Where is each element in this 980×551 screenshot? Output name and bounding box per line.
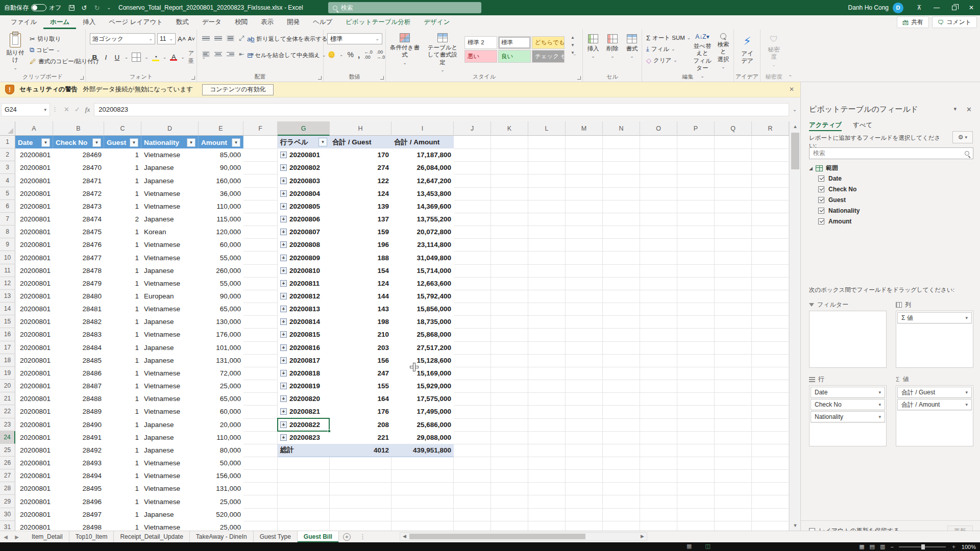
row-header-14[interactable]: 14 — [0, 303, 15, 315]
scroll-up-icon[interactable]: ▲ — [791, 122, 799, 131]
worksheet-grid[interactable]: ABCDEFGHIJKLMNOPQR1234567891011121314151… — [0, 121, 789, 531]
vertical-scrollbar[interactable]: ▲ ▼ — [789, 121, 800, 531]
row-header-9[interactable]: 9 — [0, 238, 15, 251]
row-header-10[interactable]: 10 — [0, 251, 15, 264]
field-checkbox[interactable] — [818, 197, 824, 203]
field-item-check-no[interactable]: Check No — [818, 186, 856, 193]
align-right-icon[interactable] — [227, 52, 234, 57]
row-header-31[interactable]: 31 — [0, 521, 15, 531]
sheet-tab-receipt_detail_update[interactable]: Receipt_Detail_Update — [114, 531, 189, 542]
pivot-row-label[interactable]: +20200814 — [278, 315, 330, 329]
pivot-row-label[interactable]: +20200819 — [278, 380, 330, 393]
field-item-guest[interactable]: Guest — [818, 196, 846, 204]
row-header-2[interactable]: 2 — [0, 148, 15, 161]
expand-icon[interactable]: + — [280, 344, 287, 351]
ribbon-tab-開発[interactable]: 開発 — [280, 15, 306, 29]
horizontal-scroll-thumb[interactable] — [409, 534, 585, 539]
row-header-11[interactable]: 11 — [0, 264, 15, 277]
pivot-row-label[interactable]: +20200804 — [278, 187, 330, 201]
row-header-3[interactable]: 3 — [0, 161, 15, 174]
row-header-4[interactable]: 4 — [0, 174, 15, 187]
scroll-down-icon[interactable]: ▼ — [791, 521, 799, 530]
italic-button[interactable]: I — [102, 54, 110, 61]
pivot-row-label[interactable]: +20200810 — [278, 264, 330, 278]
row-header-6[interactable]: 6 — [0, 200, 15, 213]
column-header-E[interactable]: E — [199, 121, 243, 136]
pivot-row-label[interactable]: +20200806 — [278, 213, 330, 226]
sheet-nav-left-icon[interactable]: ◀ — [0, 531, 11, 542]
autosave-toggle[interactable]: 自動保存 オフ — [4, 4, 62, 12]
undo-icon[interactable]: ↺ — [82, 4, 87, 12]
filter-button-Nationality[interactable]: ▼ — [187, 138, 195, 147]
row-header-1[interactable]: 1 — [0, 136, 15, 148]
row-header-15[interactable]: 15 — [0, 315, 15, 328]
field-item-date[interactable]: Date — [818, 175, 842, 182]
borders-icon[interactable] — [132, 53, 141, 62]
column-header-R[interactable]: R — [752, 121, 789, 136]
filter-button-Check No[interactable]: ▼ — [92, 138, 101, 147]
pivot-row-label[interactable]: +20200808 — [278, 238, 330, 252]
sheet-nav-right-icon[interactable]: ▶ — [11, 531, 22, 542]
field-checkbox[interactable] — [818, 208, 824, 214]
sheet-tab-item_detail[interactable]: Item_Detail — [26, 531, 69, 542]
pivot-row-label[interactable]: +20200811 — [278, 277, 330, 290]
expand-icon[interactable]: + — [280, 434, 287, 441]
zoom-out-icon[interactable]: − — [890, 544, 893, 550]
scroll-left-icon[interactable]: ◀ — [401, 533, 408, 540]
row-header-7[interactable]: 7 — [0, 213, 15, 226]
pivot-row-label[interactable]: +20200802 — [278, 161, 330, 174]
row-header-30[interactable]: 30 — [0, 508, 15, 521]
ribbon-tab-デザイン[interactable]: デザイン — [417, 15, 456, 29]
insert-function-icon[interactable]: fx — [85, 106, 90, 114]
column-header-C[interactable]: C — [104, 121, 141, 136]
number-dialog-launcher[interactable] — [380, 76, 384, 80]
expand-icon[interactable]: + — [280, 318, 287, 325]
expand-icon[interactable]: + — [280, 152, 287, 158]
value-field-chip[interactable]: 合計 / Guest▾ — [897, 387, 972, 398]
row-header-26[interactable]: 26 — [0, 457, 15, 469]
columns-area-box[interactable]: Σ 値▾ — [896, 311, 973, 368]
column-header-P[interactable]: P — [677, 121, 715, 136]
align-middle-icon[interactable] — [214, 36, 222, 41]
row-header-16[interactable]: 16 — [0, 328, 15, 341]
decrease-indent-icon[interactable]: ⇤ — [239, 51, 244, 58]
row-header-24[interactable]: 24 — [0, 431, 15, 444]
column-header-A[interactable]: A — [15, 121, 53, 136]
share-button[interactable]: 🖄共有 — [897, 16, 929, 28]
row-header-19[interactable]: 19 — [0, 367, 15, 380]
pane-tools-button[interactable]: ⚙▾ — [952, 131, 973, 143]
ribbon-tab-挿入[interactable]: 挿入 — [76, 15, 102, 29]
redo-icon[interactable]: ↻ — [94, 4, 100, 12]
vertical-scroll-thumb[interactable] — [791, 133, 799, 169]
column-header-I[interactable]: I — [391, 121, 454, 136]
styles-dialog-launcher[interactable] — [577, 76, 581, 80]
pivot-row-label[interactable]: +20200817 — [278, 354, 330, 367]
cancel-icon[interactable]: ✕ — [64, 106, 69, 113]
autosum-button[interactable]: Σオート SUM⌄ — [646, 32, 691, 43]
expand-icon[interactable]: + — [280, 370, 287, 377]
collapse-ribbon-icon[interactable]: ⌃ — [788, 74, 792, 80]
pivot-row-label[interactable]: +20200816 — [278, 341, 330, 355]
row-field-chip[interactable]: Check No▾ — [811, 399, 885, 410]
conditional-formatting-button[interactable]: 条件付き書式⌄ — [388, 32, 422, 67]
ribbon-display-options-icon[interactable]: ⊼ — [911, 0, 928, 15]
expand-icon[interactable]: + — [280, 229, 287, 235]
merge-center-button[interactable]: ⊟セルを結合して中央揃え⌄ — [247, 49, 326, 61]
save-icon[interactable] — [69, 5, 75, 11]
clear-button[interactable]: ◇クリア⌄ — [646, 55, 691, 66]
pivot-row-label[interactable]: +20200821 — [278, 405, 330, 418]
ribbon-tab-表示[interactable]: 表示 — [254, 15, 280, 29]
field-item-amount[interactable]: Amount — [818, 218, 851, 225]
pivot-row-label[interactable]: +20200812 — [278, 290, 330, 303]
ideas-button[interactable]: ⚡ アイ デア — [736, 33, 758, 65]
find-select-button[interactable]: 検索と 選択⌄ — [714, 32, 733, 71]
cell-style-標準 2[interactable]: 標準 2 — [464, 36, 497, 49]
row-field-chip[interactable]: Nationality▾ — [811, 411, 885, 422]
column-header-D[interactable]: D — [141, 121, 199, 136]
pivot-row-label[interactable]: +20200815 — [278, 328, 330, 341]
pivot-row-label[interactable]: +20200813 — [278, 303, 330, 316]
enter-icon[interactable]: ✓ — [75, 106, 80, 113]
grow-font-button[interactable]: A˄ — [178, 35, 186, 43]
expand-icon[interactable]: + — [280, 241, 287, 248]
pane-close-icon[interactable]: ✕ — [966, 106, 972, 113]
